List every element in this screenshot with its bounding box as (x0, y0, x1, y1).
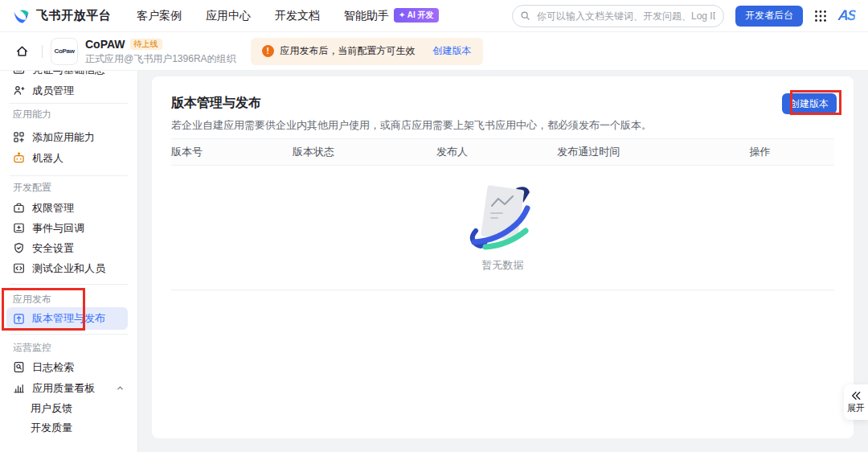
bar-chart-icon (13, 382, 25, 394)
version-management-panel: 版本管理与发布 若企业自建应用需要供企业内其他用户使用，或商店应用需要上架飞书应… (152, 76, 854, 438)
sidebar-item-label: 添加应用能力 (32, 130, 95, 145)
developer-console-button[interactable]: 开发者后台 (735, 6, 803, 27)
home-button[interactable] (10, 39, 34, 64)
sidebar-item-test-org[interactable]: 测试企业和人员 (0, 258, 137, 278)
page-description: 若企业自建应用需要供企业内其他用户使用，或商店应用需要上架飞书应用中心，都必须发… (171, 118, 834, 133)
app-header-bar: CoPaw CoPAW 待上线 正式应用@飞书用户1396RA的组织 ! 应用发… (0, 32, 868, 71)
divider (42, 45, 43, 58)
sidebar-item-label: 成员管理 (32, 84, 74, 98)
double-chevron-left-icon (850, 391, 862, 401)
app-name: CoPAW (85, 39, 125, 50)
sidebar-item-label: 事件与回调 (32, 221, 84, 236)
sidebar-section-capability: 应用能力 (13, 106, 51, 122)
sidebar-divider (10, 175, 128, 176)
sidebar-item-security[interactable]: 安全设置 (0, 238, 137, 258)
page-title: 版本管理与发布 (171, 94, 834, 112)
sidebar-item-credentials[interactable]: 凭证与基础信息 (0, 71, 137, 80)
sidebar-item-permission[interactable]: 权限管理 (0, 198, 137, 218)
warning-circle-icon: ! (262, 45, 274, 57)
menu-ai-assistant[interactable]: 智能助手✦ AI 开发 (344, 8, 439, 23)
robot-icon (13, 152, 25, 164)
sidebar-item-logs[interactable]: 日志检索 (0, 357, 137, 377)
permission-icon (13, 202, 25, 214)
id-card-icon (13, 71, 25, 76)
search-input[interactable] (512, 5, 724, 27)
event-callback-icon (13, 222, 25, 234)
sidebar: 凭证与基础信息 成员管理 应用能力 添加应用能力 机器人 开发配置 (0, 71, 138, 452)
col-publisher: 发布人 (436, 145, 557, 159)
menu-dev-docs[interactable]: 开发文档 (275, 9, 320, 23)
sidebar-item-label: 机器人 (32, 151, 63, 166)
empty-state: 暂无数据 (171, 166, 834, 290)
app-icon: CoPaw (51, 38, 78, 65)
sidebar-item-quality-board[interactable]: 应用质量看板 (0, 378, 137, 398)
apps-grid-icon[interactable] (814, 10, 827, 23)
app-status-badge: 待上线 (130, 39, 162, 50)
add-capability-icon (13, 131, 25, 143)
create-version-button[interactable]: 创建版本 (782, 93, 837, 114)
sidebar-divider (10, 334, 128, 335)
home-icon (15, 44, 29, 58)
menu-customer-cases[interactable]: 客户案例 (137, 9, 182, 23)
shield-check-icon (13, 242, 25, 254)
global-search (512, 5, 724, 27)
empty-data-illustration (465, 183, 542, 252)
log-search-icon (13, 361, 25, 373)
publish-notice-banner: ! 应用发布后，当前配置方可生效 创建版本 (251, 38, 483, 65)
sidebar-item-label: 凭证与基础信息 (32, 71, 105, 77)
app-icon-wordmark: CoPaw (54, 47, 74, 55)
empty-state-text: 暂无数据 (482, 258, 524, 273)
sidebar-item-label: 安全设置 (32, 241, 74, 256)
feishu-logo[interactable]: 飞书开放平台 (13, 8, 111, 24)
top-menu: 客户案例 应用中心 开发文档 智能助手✦ AI 开发 (137, 8, 439, 23)
app-subtitle: 正式应用@飞书用户1396RA的组织 (85, 54, 236, 64)
sidebar-section-monitor: 运营监控 (13, 339, 51, 355)
ai-dev-badge: ✦ AI 开发 (394, 8, 439, 23)
sidebar-item-add-capability[interactable]: 添加应用能力 (0, 127, 137, 147)
sidebar-item-bot[interactable]: 机器人 (0, 148, 137, 168)
page-body: 凭证与基础信息 成员管理 应用能力 添加应用能力 机器人 开发配置 (0, 71, 868, 452)
search-icon (520, 10, 530, 21)
sidebar-item-dev-quality[interactable]: 开发质量 (0, 417, 137, 438)
sidebar-item-label: 测试企业和人员 (32, 261, 105, 276)
sidebar-section-dev-config: 开发配置 (13, 179, 51, 195)
sidebar-item-label: 权限管理 (32, 201, 74, 216)
sidebar-item-label: 用户反馈 (31, 401, 72, 416)
sidebar-item-label: 开发质量 (31, 421, 72, 435)
chevron-up-icon (116, 384, 125, 392)
notice-text: 应用发布后，当前配置方可生效 (280, 44, 416, 58)
topnav-right-cluster: 开发者后台 AS (512, 5, 855, 27)
col-version-status: 版本状态 (293, 145, 436, 159)
top-navbar: 飞书开放平台 客户案例 应用中心 开发文档 智能助手✦ AI 开发 开发者后台 … (0, 0, 868, 32)
code-box-icon (13, 262, 25, 274)
expand-label: 展开 (847, 402, 865, 414)
notice-create-version-link[interactable]: 创建版本 (433, 44, 472, 58)
sidebar-divider (10, 284, 128, 285)
app-meta: CoPAW 待上线 正式应用@飞书用户1396RA的组织 (85, 39, 236, 64)
sidebar-item-members[interactable]: 成员管理 (0, 80, 137, 101)
sidebar-item-label: 版本管理与发布 (32, 311, 105, 326)
col-version-number: 版本号 (171, 145, 293, 159)
sidebar-divider (10, 103, 128, 104)
version-table-header: 版本号 版本状态 发布人 发布通过时间 操作 (171, 138, 834, 166)
sidebar-item-events[interactable]: 事件与回调 (0, 218, 137, 238)
menu-app-center[interactable]: 应用中心 (206, 9, 251, 23)
col-approved-time: 发布通过时间 (557, 145, 749, 159)
brand-title: 飞书开放平台 (36, 8, 111, 23)
user-avatar[interactable]: AS (837, 7, 856, 24)
menu-ai-assistant-label: 智能助手 (344, 9, 389, 22)
sidebar-item-label: 应用质量看板 (32, 381, 95, 396)
sidebar-item-user-feedback[interactable]: 用户反馈 (0, 398, 137, 418)
sidebar-expand-button[interactable]: 展开 (844, 384, 868, 420)
feishu-swoosh-icon (13, 8, 31, 24)
sidebar-section-release: 应用发布 (13, 291, 51, 307)
sidebar-item-version-management[interactable]: 版本管理与发布 (6, 307, 128, 330)
publish-version-icon (13, 313, 25, 325)
sidebar-item-label: 日志检索 (32, 360, 74, 375)
member-icon (13, 84, 25, 97)
col-actions: 操作 (749, 145, 834, 159)
